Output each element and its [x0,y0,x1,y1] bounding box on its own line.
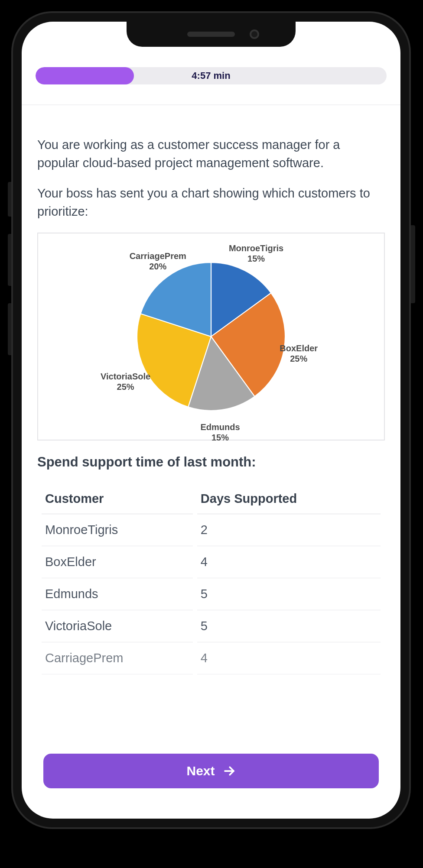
phone-frame: 4:57 min You are working as a customer s… [13,13,409,827]
pie-slice-label: BoxElder25% [280,343,318,364]
pie-slice-label: MonroeTigris15% [229,243,283,264]
phone-side-button [8,182,12,217]
cell-days: 5 [197,578,381,610]
table-row: BoxElder 4 [42,546,381,578]
cell-customer: CarriagePrem [42,642,193,674]
pie-slice-label: Edmunds15% [200,422,240,443]
cell-days: 4 [197,642,381,674]
pie-slice-label: CarriagePrem20% [130,251,186,272]
phone-side-button [8,303,12,355]
table-header-customer: Customer [42,487,193,514]
timer-label: 4:57 min [36,67,387,84]
arrow-right-icon [223,764,236,777]
pie-chart: MonroeTigris15%BoxElder25%Edmunds15%Vict… [37,233,385,440]
cell-days: 4 [197,546,381,578]
table-title: Spend support time of last month: [37,454,385,470]
pie-slice-label: VictoriaSole25% [101,371,150,392]
table-header-days: Days Supported [197,487,381,514]
cell-days: 2 [197,514,381,546]
phone-side-button [411,225,415,303]
support-table: Customer Days Supported MonroeTigris 2 B… [37,487,385,674]
cell-customer: Edmunds [42,578,193,610]
cell-days: 5 [197,610,381,642]
table-row: MonroeTigris 2 [42,514,381,546]
cell-customer: MonroeTigris [42,514,193,546]
table-row: VictoriaSole 5 [42,610,381,642]
camera-icon [250,29,259,39]
intro-paragraph-1: You are working as a customer success ma… [37,136,385,172]
speaker-icon [187,32,235,37]
phone-notch [127,22,296,47]
next-button[interactable]: Next [43,754,379,788]
screen: 4:57 min You are working as a customer s… [22,22,400,819]
table-row: CarriagePrem 4 [42,642,381,674]
phone-side-button [8,234,12,286]
pie-svg [133,259,289,415]
cell-customer: VictoriaSole [42,610,193,642]
table-row: Edmunds 5 [42,578,381,610]
progress-bar: 4:57 min [36,67,387,84]
intro-paragraph-2: Your boss has sent you a chart showing w… [37,184,385,220]
cell-customer: BoxElder [42,546,193,578]
next-button-label: Next [186,764,215,778]
